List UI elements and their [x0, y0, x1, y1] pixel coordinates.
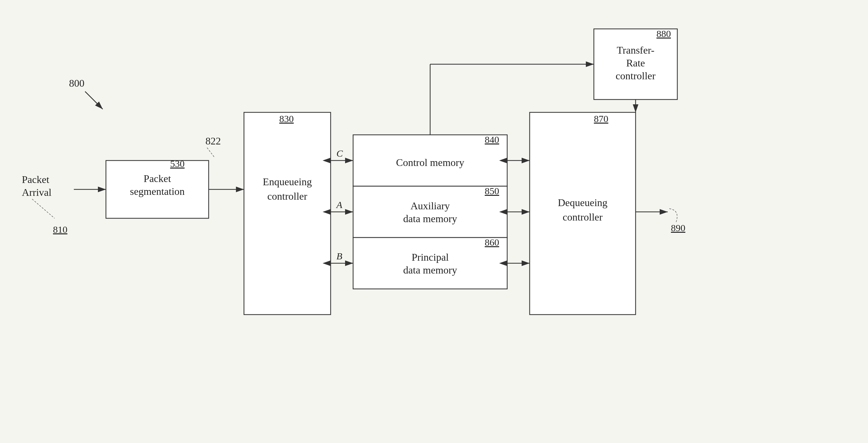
ref-890: 890 — [671, 222, 685, 233]
packet-segmentation-label: Packet — [144, 173, 171, 184]
dequeueing-label2: controller — [563, 211, 603, 223]
transfer-rate-label1: Transfer- — [617, 44, 654, 56]
auxiliary-label2: data memory — [403, 213, 457, 224]
ref-530: 530 — [170, 158, 185, 169]
principal-label2: data memory — [403, 264, 457, 276]
ref-850: 850 — [485, 186, 499, 196]
letter-a: A — [336, 199, 342, 210]
enqueueing-label2: controller — [268, 190, 308, 202]
transfer-rate-label2: Rate — [626, 57, 645, 69]
control-memory-label: Control memory — [396, 157, 464, 168]
ref-810: 810 — [53, 224, 67, 235]
dequeueing-label1: Dequeueing — [558, 197, 608, 208]
enqueueing-label1: Enqueueing — [263, 176, 312, 187]
ref-880: 880 — [656, 28, 671, 39]
ref-870: 870 — [594, 113, 608, 124]
packet-arrival-label2: Arrival — [22, 187, 52, 198]
ref-800-label: 800 — [69, 77, 85, 89]
transfer-rate-label3: controller — [616, 70, 656, 82]
diagram-container: 800 Packet Arrival 810 Packet segmentati… — [0, 0, 868, 443]
ref-860: 860 — [485, 237, 499, 248]
ref-822: 822 — [206, 135, 221, 147]
principal-label1: Principal — [411, 251, 449, 263]
packet-arrival-label: Packet — [22, 174, 49, 185]
enqueueing-controller-box — [244, 113, 331, 315]
ref-840: 840 — [485, 134, 499, 145]
letter-c: C — [336, 148, 343, 159]
auxiliary-memory-box — [353, 186, 507, 238]
packet-segmentation-label2: segmentation — [130, 186, 185, 197]
auxiliary-label1: Auxiliary — [410, 200, 450, 212]
ref-830: 830 — [279, 113, 294, 124]
letter-b: B — [336, 251, 342, 261]
principal-memory-box — [353, 238, 507, 289]
